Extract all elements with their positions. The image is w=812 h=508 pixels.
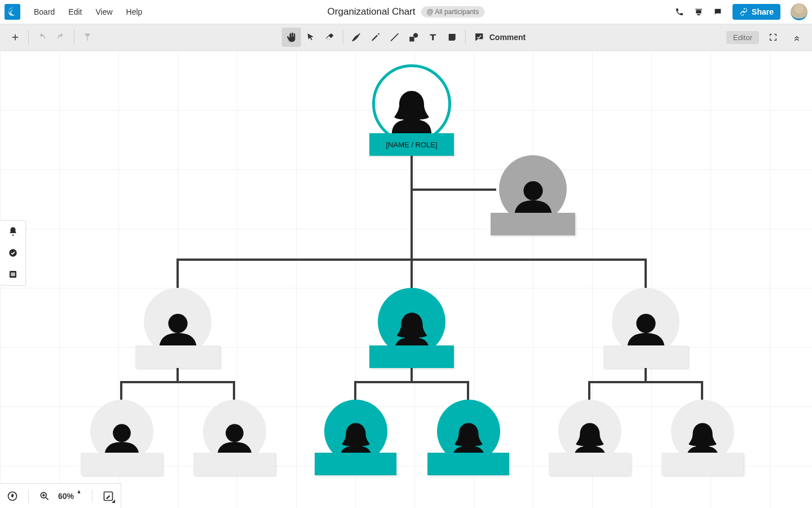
marker-tool[interactable]	[366, 28, 385, 47]
edit-icon	[103, 491, 114, 502]
comment-label: Comment	[489, 33, 526, 42]
compass-icon	[7, 491, 18, 502]
chat-icon[interactable]	[713, 7, 722, 16]
marker-icon	[370, 32, 381, 43]
check-circle-icon	[8, 248, 18, 258]
org-node[interactable]	[661, 400, 743, 475]
connector	[411, 147, 413, 259]
separator	[28, 489, 29, 503]
shape-tool[interactable]	[404, 28, 423, 47]
eraser-icon	[325, 32, 335, 42]
menu-view[interactable]: View	[89, 7, 119, 16]
tool-cluster: Comment	[282, 28, 531, 47]
text-icon	[428, 32, 438, 42]
bottom-bar: 60%	[0, 483, 121, 508]
org-node-root[interactable]: [NAME / ROLE]	[369, 64, 454, 156]
eraser-tool[interactable]	[320, 28, 339, 47]
connector	[411, 189, 496, 191]
separator	[28, 30, 29, 45]
separator	[465, 30, 466, 45]
line-tool[interactable]	[385, 28, 404, 47]
zoom-in-icon	[39, 491, 50, 502]
left-rail	[0, 220, 26, 286]
text-tool[interactable]	[423, 28, 443, 47]
menu-board[interactable]: Board	[27, 7, 61, 16]
menu-help[interactable]: Help	[120, 7, 149, 16]
undo-icon	[37, 32, 47, 42]
undo-button[interactable]	[32, 28, 51, 47]
link-icon	[739, 7, 748, 16]
canvas[interactable]: [NAME / ROLE]	[0, 51, 812, 508]
note-icon	[447, 32, 457, 42]
select-tool[interactable]	[301, 28, 320, 47]
swirl-icon	[7, 7, 17, 17]
fullscreen-button[interactable]	[764, 28, 783, 47]
menubar: Board Edit View Help Organizational Char…	[0, 0, 812, 24]
connector	[176, 366, 179, 383]
org-node[interactable]	[549, 400, 630, 475]
collapse-button[interactable]	[787, 28, 806, 47]
separator	[92, 489, 92, 503]
pen-tool[interactable]	[347, 28, 366, 47]
connector	[588, 381, 703, 383]
separator	[74, 30, 74, 45]
org-node[interactable]	[193, 400, 275, 475]
present-icon[interactable]	[694, 7, 703, 16]
org-node[interactable]	[315, 400, 396, 475]
line-icon	[389, 32, 400, 43]
hand-icon	[286, 32, 297, 43]
org-node[interactable]	[427, 400, 509, 475]
share-label: Share	[752, 7, 774, 16]
person-female-icon	[381, 78, 443, 141]
comment-icon	[474, 32, 485, 43]
phone-icon[interactable]	[675, 7, 684, 16]
comment-button[interactable]: Comment	[469, 32, 531, 43]
pan-tool[interactable]	[282, 28, 301, 47]
connector	[645, 366, 647, 383]
org-node-assistant[interactable]	[491, 155, 575, 235]
org-node-label: [NAME / ROLE]	[386, 141, 437, 149]
svg-rect-2	[409, 37, 414, 41]
format-painter-button[interactable]	[78, 28, 97, 47]
list-button[interactable]	[8, 269, 18, 279]
pen-icon	[351, 32, 362, 43]
chevrons-up-icon	[792, 33, 801, 42]
shapes-icon	[408, 32, 420, 43]
menubar-right: Share	[675, 3, 807, 20]
edit-button[interactable]	[103, 491, 114, 502]
org-node[interactable]	[369, 288, 454, 368]
format-painter-icon	[82, 32, 92, 42]
svg-point-3	[413, 33, 418, 38]
org-node[interactable]	[135, 288, 220, 368]
notifications-button[interactable]	[8, 226, 18, 237]
note-tool[interactable]	[443, 28, 462, 47]
toolbar: Comment Editor	[0, 24, 812, 51]
share-button[interactable]: Share	[732, 4, 780, 20]
connector	[411, 366, 413, 383]
doc-title[interactable]: Organizational Chart	[328, 6, 416, 17]
zoom-in-button[interactable]	[39, 491, 50, 502]
participants-pill[interactable]: @ All participants	[421, 6, 485, 17]
app-logo[interactable]	[5, 4, 20, 20]
toolbar-right: Editor	[726, 28, 806, 47]
connector	[176, 259, 179, 292]
fullscreen-icon	[769, 33, 778, 42]
bell-icon	[8, 226, 18, 237]
org-node[interactable]	[603, 288, 688, 368]
role-pill[interactable]: Editor	[726, 31, 759, 44]
cursor-icon	[306, 32, 316, 42]
redo-button[interactable]	[51, 28, 70, 47]
separator	[343, 30, 343, 45]
tasks-button[interactable]	[8, 248, 18, 258]
org-node[interactable]	[81, 400, 162, 475]
menu-edit[interactable]: Edit	[61, 7, 89, 16]
connector	[411, 259, 413, 292]
connector	[120, 381, 235, 383]
zoom-level[interactable]: 60%	[58, 492, 82, 501]
doc-title-area: Organizational Chart @ All participants	[328, 6, 485, 17]
org-chart: [NAME / ROLE]	[0, 51, 812, 508]
user-avatar[interactable]	[791, 3, 807, 20]
add-button[interactable]	[6, 28, 25, 47]
compass-button[interactable]	[7, 491, 18, 502]
list-icon	[8, 269, 18, 279]
